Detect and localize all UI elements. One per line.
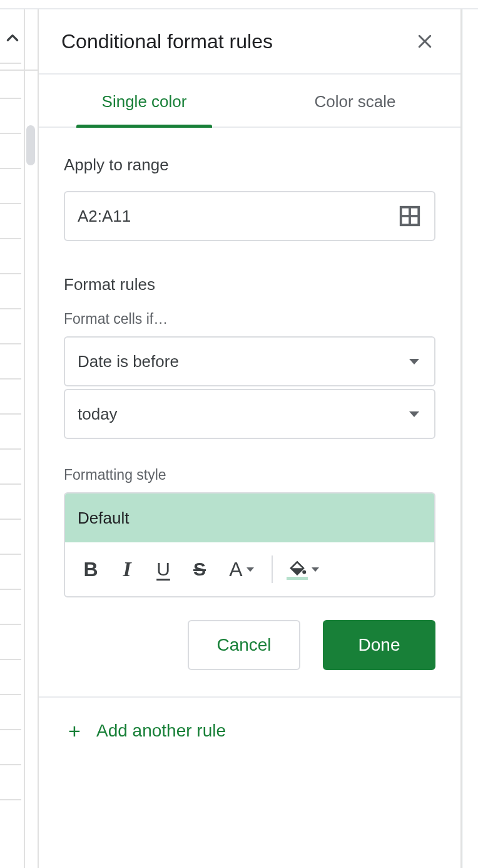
done-button[interactable]: Done: [323, 620, 435, 670]
toolbar-divider: [272, 555, 273, 583]
svg-point-5: [302, 570, 306, 574]
formatting-style-label: Formatting style: [64, 467, 435, 483]
style-preview[interactable]: Default: [65, 493, 434, 542]
right-gutter: [462, 9, 478, 868]
range-value: A2:A11: [78, 207, 398, 226]
tab-single-color[interactable]: Single color: [39, 75, 250, 127]
bold-button[interactable]: B: [74, 552, 108, 586]
dropdown-caret-icon: [409, 411, 419, 417]
caret-down-icon: [312, 567, 319, 572]
cancel-button[interactable]: Cancel: [188, 620, 300, 670]
paint-bucket-icon: [288, 559, 307, 576]
chevron-up-icon[interactable]: [4, 29, 21, 47]
dropdown-caret-icon: [409, 359, 419, 364]
condition-arg-value: today: [78, 405, 409, 424]
conditional-format-panel: Conditional format rules Single color Co…: [38, 9, 462, 868]
condition-value: Date is before: [78, 352, 409, 371]
format-cells-if-label: Format cells if…: [64, 311, 435, 328]
strikethrough-button[interactable]: S: [183, 552, 216, 586]
tab-color-scale[interactable]: Color scale: [250, 75, 460, 127]
fill-color-button[interactable]: [280, 552, 325, 586]
italic-button[interactable]: I: [110, 552, 144, 586]
add-rule-label: Add another rule: [96, 721, 226, 741]
add-another-rule-button[interactable]: + Add another rule: [64, 720, 435, 741]
style-toolbar: B I U S A: [65, 542, 434, 596]
condition-select[interactable]: Date is before: [64, 336, 435, 386]
formatting-style-block: Default B I U S A: [64, 492, 435, 597]
condition-arg-select[interactable]: today: [64, 389, 435, 439]
spreadsheet-corner: [0, 9, 38, 71]
plus-icon: +: [64, 720, 85, 741]
format-rules-title: Format rules: [64, 275, 435, 294]
tab-bar: Single color Color scale: [39, 75, 460, 128]
underline-button[interactable]: U: [146, 552, 180, 586]
scrollbar-thumb[interactable]: [26, 125, 35, 165]
close-button[interactable]: [412, 28, 438, 54]
row-headers: [0, 63, 21, 868]
select-range-icon[interactable]: [398, 204, 422, 228]
panel-title: Conditional format rules: [61, 30, 273, 53]
caret-down-icon: [247, 567, 254, 572]
range-input[interactable]: A2:A11: [64, 191, 435, 241]
apply-to-range-title: Apply to range: [64, 155, 435, 175]
text-color-button[interactable]: A: [219, 552, 264, 586]
